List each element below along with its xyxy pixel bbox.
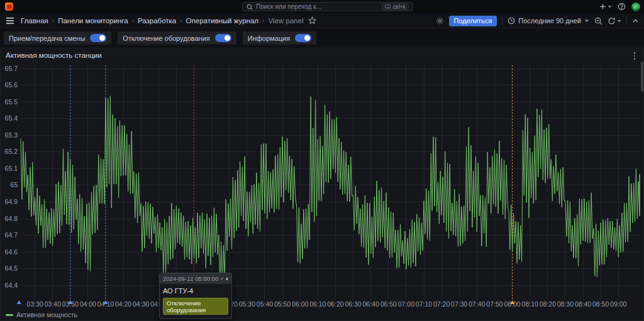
breadcrumb: Главная›Панели мониторинга›Разработка›Оп… bbox=[21, 17, 303, 24]
svg-text:06:30: 06:30 bbox=[345, 300, 361, 308]
delete-trash-icon[interactable] bbox=[226, 276, 228, 282]
breadcrumb-separator: › bbox=[180, 17, 182, 24]
breadcrumb-separator: › bbox=[132, 17, 134, 24]
chart-plot-area[interactable]: 65.765.665.565.465.365.265.16564.964.864… bbox=[1, 61, 643, 310]
svg-text:65.2: 65.2 bbox=[5, 148, 18, 155]
svg-text:04:00: 04:00 bbox=[80, 300, 96, 308]
annotation-filters: Прием/передача сменыОтключение оборудова… bbox=[0, 28, 644, 48]
caret-down-icon bbox=[584, 18, 589, 23]
svg-text:64.6: 64.6 bbox=[5, 248, 18, 256]
panel-menu-kebab-icon[interactable] bbox=[631, 51, 638, 61]
add-button[interactable] bbox=[599, 3, 612, 10]
filter-label: Отключение оборудования bbox=[123, 35, 209, 42]
shortcut-badge: ctrl+k bbox=[382, 3, 409, 10]
panel-title: Активная мощность станции bbox=[6, 52, 102, 59]
svg-text:65.6: 65.6 bbox=[5, 81, 18, 89]
annotation-title: АО ГТУ-4 bbox=[163, 287, 228, 295]
svg-text:03:30: 03:30 bbox=[26, 300, 43, 308]
time-range-label: Последние 90 дней bbox=[518, 17, 581, 24]
svg-text:08:20: 08:20 bbox=[540, 300, 556, 308]
svg-text:65.7: 65.7 bbox=[5, 65, 18, 72]
svg-text:65.5: 65.5 bbox=[5, 98, 18, 106]
svg-text:05:50: 05:50 bbox=[274, 300, 291, 308]
menu-icon[interactable] bbox=[6, 17, 14, 24]
breadcrumb-item[interactable]: Оперативный журнал bbox=[186, 17, 258, 24]
svg-text:65: 65 bbox=[10, 181, 18, 188]
annotation-tag[interactable]: Отключение оборудования bbox=[163, 298, 228, 315]
divider bbox=[626, 16, 627, 25]
user-avatar[interactable] bbox=[631, 3, 640, 11]
zoom-out-button[interactable] bbox=[594, 17, 602, 25]
svg-text:64.8: 64.8 bbox=[5, 215, 18, 222]
filter-toggle[interactable]: Прием/передача смены bbox=[4, 31, 111, 45]
caret-down-icon bbox=[608, 4, 612, 9]
filter-toggle[interactable]: Информация bbox=[243, 31, 316, 45]
svg-text:64.4: 64.4 bbox=[5, 281, 18, 289]
plus-icon bbox=[599, 3, 606, 10]
edit-pencil-icon[interactable] bbox=[221, 276, 223, 281]
clock-icon bbox=[508, 17, 515, 24]
search-placeholder: Поиск или переход к... bbox=[256, 3, 379, 10]
star-icon[interactable] bbox=[308, 16, 316, 24]
scrollbar-thumb[interactable] bbox=[641, 62, 643, 92]
svg-text:06:50: 06:50 bbox=[380, 300, 397, 308]
breadcrumb-item[interactable]: Главная bbox=[21, 17, 48, 24]
svg-text:05:40: 05:40 bbox=[257, 300, 273, 308]
toggle-switch[interactable] bbox=[295, 34, 311, 42]
legend-label: Активная мощность bbox=[16, 311, 77, 318]
svg-text:07:10: 07:10 bbox=[416, 300, 432, 308]
svg-text:64.5: 64.5 bbox=[5, 264, 18, 272]
legend-item[interactable]: Активная мощность bbox=[6, 311, 77, 318]
gear-icon[interactable] bbox=[436, 17, 444, 25]
svg-text:07:50: 07:50 bbox=[486, 300, 502, 308]
svg-text:05:30: 05:30 bbox=[239, 300, 255, 308]
grafana-logo-icon[interactable] bbox=[5, 3, 13, 11]
svg-text:65.4: 65.4 bbox=[5, 114, 18, 122]
svg-text:06:40: 06:40 bbox=[363, 300, 379, 308]
grafana-app: Поиск или переход к... ctrl+k Главная›Па… bbox=[0, 0, 644, 321]
svg-text:03:40: 03:40 bbox=[44, 300, 60, 308]
filter-label: Информация bbox=[248, 35, 290, 42]
top-bar: Поиск или переход к... ctrl+k bbox=[0, 0, 644, 13]
breadcrumb-item[interactable]: Разработка bbox=[138, 17, 176, 24]
svg-text:08:10: 08:10 bbox=[522, 300, 538, 308]
svg-text:64.7: 64.7 bbox=[5, 231, 18, 239]
svg-text:65.1: 65.1 bbox=[5, 165, 18, 172]
time-range-picker[interactable]: Последние 90 дней bbox=[508, 17, 589, 24]
annotation-timestamp: 2024-09-12 05:00:00 bbox=[163, 275, 218, 282]
question-circle-icon bbox=[618, 3, 626, 11]
share-button[interactable]: Поделиться bbox=[449, 16, 497, 26]
svg-text:07:30: 07:30 bbox=[451, 300, 467, 308]
search-input[interactable]: Поиск или переход к... ctrl+k bbox=[242, 2, 413, 11]
svg-text:04:30: 04:30 bbox=[133, 300, 149, 308]
breadcrumb-item[interactable]: Панели мониторинга bbox=[58, 17, 128, 24]
help-button[interactable] bbox=[618, 3, 626, 11]
svg-text:07:20: 07:20 bbox=[433, 300, 450, 308]
svg-text:09:00: 09:00 bbox=[610, 300, 626, 308]
svg-text:08:50: 08:50 bbox=[592, 300, 609, 308]
breadcrumb-item[interactable]: View panel bbox=[268, 17, 303, 24]
breadcrumb-separator: › bbox=[52, 17, 54, 24]
timeseries-panel: Активная мощность станции 65.765.665.565… bbox=[0, 48, 644, 321]
svg-text:06:10: 06:10 bbox=[309, 300, 326, 308]
keyboard-icon bbox=[385, 4, 391, 9]
svg-text:08:30: 08:30 bbox=[557, 300, 574, 308]
svg-text:07:00: 07:00 bbox=[398, 300, 414, 308]
filter-toggle[interactable]: Отключение оборудования bbox=[118, 31, 236, 45]
toggle-switch[interactable] bbox=[90, 34, 106, 42]
svg-text:65.3: 65.3 bbox=[5, 131, 18, 139]
divider bbox=[502, 16, 502, 25]
toggle-switch[interactable] bbox=[215, 34, 231, 42]
svg-text:08:40: 08:40 bbox=[575, 300, 591, 308]
zoom-out-icon bbox=[594, 17, 602, 25]
breadcrumb-separator: › bbox=[262, 17, 264, 24]
search-icon bbox=[247, 4, 253, 10]
refresh-button[interactable] bbox=[608, 17, 621, 25]
collapse-chevron-icon[interactable] bbox=[632, 18, 639, 24]
svg-text:07:40: 07:40 bbox=[469, 300, 485, 308]
refresh-icon bbox=[608, 17, 616, 25]
svg-text:06:00: 06:00 bbox=[292, 300, 308, 308]
nav-bar: Главная›Панели мониторинга›Разработка›Оп… bbox=[0, 13, 644, 28]
caret-down-icon bbox=[617, 19, 621, 23]
series-color-swatch bbox=[6, 314, 13, 316]
